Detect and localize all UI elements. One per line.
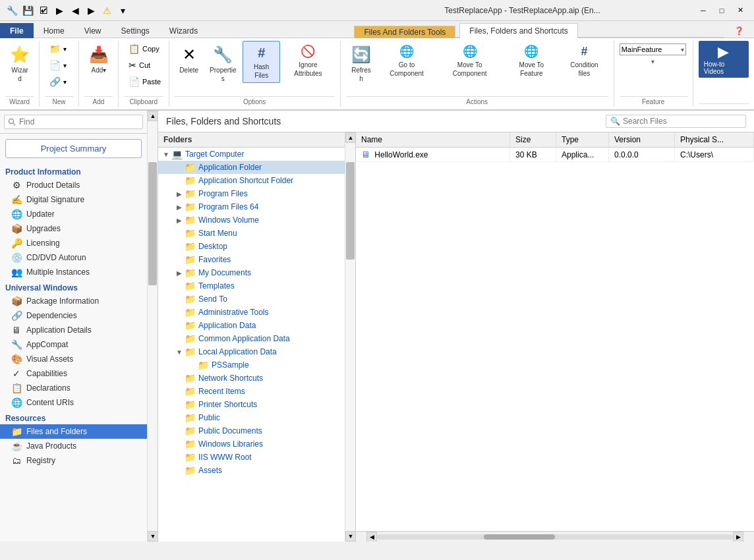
hscroll-right-btn[interactable]: ▶ bbox=[733, 532, 743, 542]
feature-scroll-down[interactable]: ▾ bbox=[651, 58, 654, 65]
col-size[interactable]: Size bbox=[510, 132, 556, 148]
properties-btn[interactable]: 🔧 Properties bbox=[205, 41, 242, 86]
tree-assets[interactable]: 📁 Assets bbox=[158, 464, 345, 477]
tab-home[interactable]: Home bbox=[34, 23, 74, 38]
sidebar-scroll-down[interactable]: ▼ bbox=[148, 531, 158, 542]
tree-windows-libraries[interactable]: 📁 Windows Libraries bbox=[158, 437, 345, 451]
add-btn[interactable]: 📥 Add▾ bbox=[84, 41, 113, 78]
tree-public[interactable]: 📁 Public bbox=[158, 411, 345, 424]
public-documents-label: Public Documents bbox=[198, 426, 262, 435]
forward-qat-btn[interactable]: ▶ bbox=[84, 4, 98, 17]
project-summary-btn[interactable]: Project Summary bbox=[5, 139, 142, 158]
ignore-attributes-btn[interactable]: 🚫 Ignore Attributes bbox=[281, 41, 334, 81]
minimize-btn[interactable]: ─ bbox=[695, 4, 712, 17]
tree-start-menu[interactable]: 📁 Start Menu bbox=[158, 227, 345, 240]
sidebar-item-java-products[interactable]: ☕ Java Products bbox=[0, 439, 147, 453]
howto-btn[interactable]: ▶ How-to Videos bbox=[699, 41, 749, 78]
tab-help[interactable]: ❓ bbox=[724, 23, 754, 38]
feature-input[interactable] bbox=[622, 45, 681, 53]
tab-wizards[interactable]: Wizards bbox=[160, 23, 208, 38]
wizard-btn[interactable]: ⭐ Wizard bbox=[5, 41, 34, 86]
condition-files-btn[interactable]: # Condition files bbox=[560, 41, 608, 81]
sidebar-item-content-uris[interactable]: 🌐 Content URIs bbox=[0, 395, 147, 410]
paste-btn[interactable]: 📄Paste bbox=[124, 74, 165, 90]
sidebar-item-registry[interactable]: 🗂 Registry bbox=[0, 453, 147, 468]
new-shortcut-btn[interactable]: 🔗▾ bbox=[45, 74, 71, 90]
new-qat-btn[interactable]: 🗹 bbox=[37, 4, 50, 17]
warning-qat-btn[interactable]: ⚠ bbox=[100, 4, 113, 17]
tree-application-shortcut[interactable]: 📁 Application Shortcut Folder bbox=[158, 174, 345, 187]
more-qat-btn[interactable]: ▾ bbox=[116, 4, 129, 17]
hscroll-left-btn[interactable]: ◀ bbox=[366, 532, 377, 542]
cut-btn[interactable]: ✂Cut bbox=[124, 57, 165, 73]
tree-printer-shortcuts[interactable]: 📁 Printer Shortcuts bbox=[158, 398, 345, 411]
refresh-btn[interactable]: 🔄 Refresh bbox=[346, 41, 377, 86]
sidebar-scroll-track[interactable] bbox=[148, 121, 158, 531]
col-type[interactable]: Type bbox=[556, 132, 609, 148]
sidebar-item-digital-signature[interactable]: ✍ Digital Signature bbox=[0, 192, 147, 207]
sidebar-scroll-up[interactable]: ▲ bbox=[148, 111, 158, 121]
folders-scroll-track[interactable] bbox=[345, 143, 355, 531]
tab-settings[interactable]: Settings bbox=[111, 23, 159, 38]
sidebar-item-multiple-instances[interactable]: 👥 Multiple Instances bbox=[0, 265, 147, 279]
tree-local-application-data[interactable]: ▼ 📁 Local Application Data bbox=[158, 345, 345, 358]
sidebar-item-files-and-folders[interactable]: 📁 Files and Folders bbox=[0, 424, 147, 439]
sidebar-item-product-details[interactable]: ⚙ Product Details bbox=[0, 178, 147, 192]
move-to-component-btn[interactable]: 🌐 Move To Component bbox=[437, 41, 503, 81]
sidebar-search-input[interactable] bbox=[4, 115, 143, 129]
tab-files-folders-tools[interactable]: Files And Folders Tools bbox=[354, 26, 455, 38]
col-name[interactable]: Name bbox=[356, 132, 510, 148]
tree-windows-volume[interactable]: ▶ 📁 Windows Volume bbox=[158, 213, 345, 227]
tree-favorites[interactable]: 📁 Favorites bbox=[158, 253, 345, 266]
tree-network-shortcuts[interactable]: 📁 Network Shortcuts bbox=[158, 372, 345, 385]
tree-application-folder[interactable]: 📁 Application Folder bbox=[158, 161, 345, 174]
tree-administrative-tools[interactable]: 📁 Administrative Tools bbox=[158, 306, 345, 319]
save-qat-btn[interactable]: 💾 bbox=[21, 4, 34, 17]
tab-view[interactable]: View bbox=[74, 23, 111, 38]
maximize-btn[interactable]: □ bbox=[713, 4, 730, 17]
sidebar-item-declarations[interactable]: 📋 Declarations bbox=[0, 381, 147, 395]
new-folder-btn[interactable]: 📁▾ bbox=[45, 41, 71, 57]
tree-templates[interactable]: 📁 Templates bbox=[158, 279, 345, 293]
tree-application-data[interactable]: 📁 Application Data bbox=[158, 319, 345, 332]
delete-btn[interactable]: ✕ Delete bbox=[175, 41, 204, 78]
tree-my-documents[interactable]: ▶ 📁 My Documents bbox=[158, 266, 345, 279]
sidebar-item-capabilities[interactable]: ✓ Capabilities bbox=[0, 366, 147, 381]
tree-recent-items[interactable]: 📁 Recent Items bbox=[158, 385, 345, 398]
col-version[interactable]: Version bbox=[609, 132, 675, 148]
sidebar-item-upgrades[interactable]: 📦 Upgrades bbox=[0, 221, 147, 236]
copy-btn[interactable]: 📋Copy bbox=[124, 41, 165, 57]
move-to-feature-btn[interactable]: 🌐 Move To Feature bbox=[504, 41, 560, 81]
tab-file[interactable]: File bbox=[0, 23, 34, 38]
tree-program-files-64[interactable]: ▶ 📁 Program Files 64 bbox=[158, 200, 345, 213]
sidebar-item-application-details[interactable]: 🖥 Application Details bbox=[0, 323, 147, 337]
sidebar-item-dependencies[interactable]: 🔗 Dependencies bbox=[0, 308, 147, 323]
goto-component-btn[interactable]: 🌐 Go to Component bbox=[378, 41, 435, 81]
tree-public-documents[interactable]: 📁 Public Documents bbox=[158, 424, 345, 437]
sidebar-item-appcompat[interactable]: 🔧 AppCompat bbox=[0, 337, 147, 352]
tree-common-application-data[interactable]: 📁 Common Application Data bbox=[158, 332, 345, 345]
tree-pssample[interactable]: 📁 PSSample bbox=[158, 358, 345, 372]
tree-desktop[interactable]: 📁 Desktop bbox=[158, 240, 345, 253]
tree-target-computer[interactable]: ▼ 💻 Target Computer bbox=[158, 148, 345, 161]
folders-scroll-up[interactable]: ▲ bbox=[345, 132, 356, 143]
tree-iis-www-root[interactable]: 📁 IIS WWW Root bbox=[158, 451, 345, 464]
hash-files-btn[interactable]: # Hash Files bbox=[243, 41, 280, 83]
col-physical[interactable]: Physical S... bbox=[675, 132, 754, 148]
sidebar-item-cddvd[interactable]: 💿 CD/DVD Autorun bbox=[0, 250, 147, 265]
sidebar-item-package-information[interactable]: 📦 Package Information bbox=[0, 294, 147, 308]
sidebar-item-visual-assets[interactable]: 🎨 Visual Assets bbox=[0, 352, 147, 366]
search-input[interactable] bbox=[623, 117, 741, 126]
tree-send-to[interactable]: 📁 Send To bbox=[158, 293, 345, 306]
back-qat-btn[interactable]: ◀ bbox=[69, 4, 82, 17]
h-scroll-track[interactable] bbox=[377, 534, 733, 540]
table-row[interactable]: 🖥 HelloWorld.exe 30 KB Applica... 0.0.0.… bbox=[356, 148, 754, 162]
folders-scroll-down[interactable]: ▼ bbox=[345, 531, 356, 542]
close-btn[interactable]: ✕ bbox=[732, 4, 749, 17]
sidebar-item-licensing[interactable]: 🔑 Licensing bbox=[0, 236, 147, 250]
new-file-btn[interactable]: 📄▾ bbox=[45, 57, 71, 73]
build-qat-btn[interactable]: ▶ bbox=[53, 4, 66, 17]
sidebar-item-updater[interactable]: 🌐 Updater bbox=[0, 207, 147, 221]
tree-program-files[interactable]: ▶ 📁 Program Files bbox=[158, 187, 345, 200]
tab-files-folders-shortcuts[interactable]: Files, Folders and Shortcuts bbox=[459, 23, 577, 38]
